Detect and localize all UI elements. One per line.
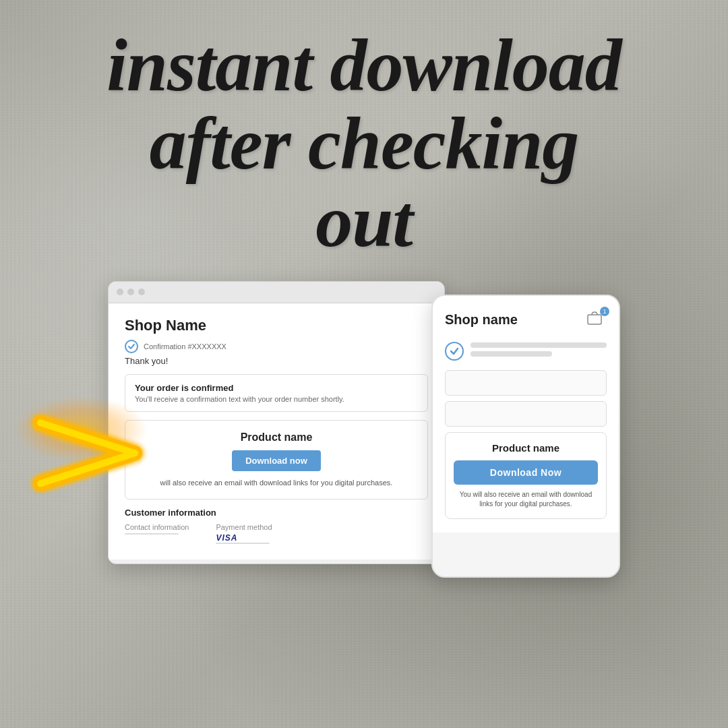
content-wrapper: instant download after checking out — [0, 0, 728, 728]
customer-info-section: Customer information Contact information… — [125, 508, 428, 546]
info-columns: Contact information Payment method VISA — [125, 523, 428, 546]
headline: instant download after checking out — [0, 0, 728, 274]
mobile-gray-lines — [471, 342, 607, 360]
confirmation-row: Confirmation #XXXXXXX — [125, 340, 428, 353]
order-confirmed-title: Your order is confirmed — [135, 383, 418, 393]
visa-text: VISA — [216, 533, 272, 543]
headline-line1: instant download — [107, 24, 621, 107]
check-circle-mobile — [445, 342, 464, 361]
mobile-checkmark-icon — [449, 346, 460, 357]
mobile-product-name: Product name — [454, 442, 598, 454]
cart-badge: 1 — [600, 307, 609, 316]
mobile-input-1[interactable] — [445, 370, 607, 396]
arrow-container — [27, 413, 175, 496]
desktop-product-name: Product name — [135, 431, 418, 444]
headline-line2: after checking — [150, 102, 579, 185]
mobile-check-row — [445, 342, 607, 361]
screenshots-area: Shop Name Confirmation #XXXXXXX Thank yo… — [0, 281, 728, 578]
titlebar-dot-3 — [138, 289, 145, 295]
desktop-download-note: will also receive an email with download… — [135, 478, 418, 488]
contact-info-col: Contact information — [125, 523, 189, 546]
customer-info-title: Customer information — [125, 508, 428, 518]
mobile-shop-name: Shop name — [445, 312, 518, 328]
mobile-product-box: Product name Download Now You will also … — [445, 432, 607, 519]
mobile-input-2[interactable] — [445, 401, 607, 427]
background: instant download after checking out — [0, 0, 728, 728]
payment-method-label: Payment method — [216, 523, 272, 531]
gray-line-2 — [471, 351, 552, 357]
desktop-download-button[interactable]: Download now — [232, 450, 321, 471]
mobile-body: Shop name 1 — [433, 296, 619, 533]
titlebar-dot-1 — [117, 289, 123, 295]
order-confirmed-sub: You'll receive a confirmation text with … — [135, 395, 418, 403]
headline-line3: out — [315, 180, 413, 262]
mobile-screenshot: Shop name 1 — [431, 295, 620, 578]
mobile-download-note: You will also receive an email with down… — [454, 490, 598, 509]
thank-you-text: Thank you! — [125, 356, 428, 366]
contact-info-label: Contact information — [125, 523, 189, 531]
payment-method-col: Payment method VISA — [216, 523, 272, 546]
mobile-download-button[interactable]: Download Now — [454, 460, 598, 485]
confirmation-number: Confirmation #XXXXXXX — [144, 342, 226, 351]
check-circle-desktop — [125, 340, 138, 353]
svg-rect-0 — [588, 315, 601, 324]
desktop-shop-name: Shop Name — [125, 317, 428, 334]
titlebar-dot-2 — [127, 289, 134, 295]
contact-info-line — [125, 533, 179, 535]
desktop-titlebar — [109, 282, 444, 303]
neon-arrow-icon — [27, 413, 175, 493]
cart-icon-mobile[interactable]: 1 — [585, 309, 607, 331]
checkmark-icon — [127, 342, 135, 351]
order-confirmed-box: Your order is confirmed You'll receive a… — [125, 374, 428, 412]
payment-line — [216, 543, 270, 544]
gray-line-1 — [471, 342, 607, 348]
mobile-header: Shop name 1 — [445, 309, 607, 331]
